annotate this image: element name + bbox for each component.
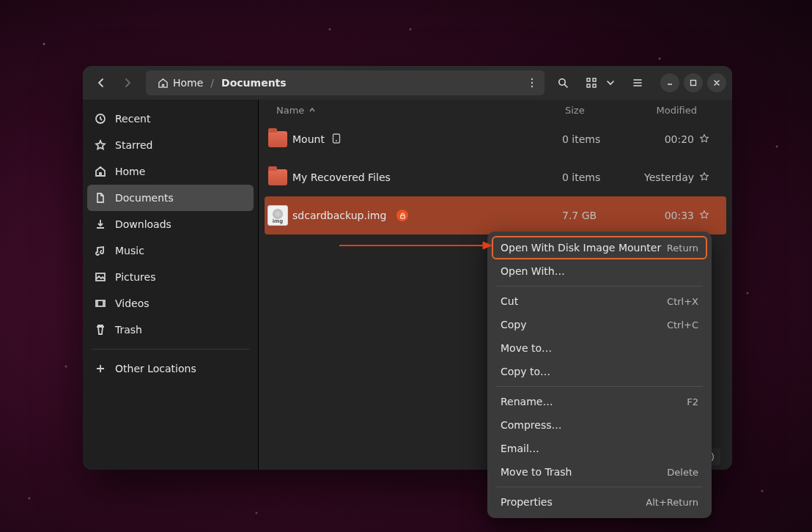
file-size: 0 items	[562, 171, 621, 183]
column-size[interactable]: Size	[565, 105, 624, 116]
file-row[interactable]: imgsdcardbackup.img7.7 GB00:33	[265, 196, 726, 234]
file-row[interactable]: Mount0 items00:20	[259, 120, 732, 158]
sidebar-item-label: Pictures	[115, 271, 155, 283]
path-current-segment[interactable]: Documents	[217, 77, 291, 89]
pictures-icon	[95, 271, 106, 283]
context-menu-shortcut: Ctrl+X	[667, 296, 698, 307]
sidebar-item-music[interactable]: Music	[87, 237, 254, 264]
drive-icon	[332, 133, 341, 146]
context-menu-label: Rename…	[501, 396, 553, 407]
svg-rect-5	[593, 78, 596, 81]
context-menu-shortcut: Alt+Return	[646, 497, 698, 508]
svg-point-13	[336, 140, 337, 141]
svg-rect-7	[593, 84, 596, 87]
context-menu-label: Properties	[501, 496, 553, 508]
sidebar: Recent Starred Home Documents Downloads …	[83, 100, 259, 470]
context-menu-label: Email…	[501, 443, 539, 454]
home-icon	[158, 78, 169, 89]
context-menu-divider	[496, 286, 703, 287]
sidebar-item-label: Videos	[115, 298, 150, 309]
context-menu-cut[interactable]: CutCtrl+X	[492, 289, 707, 313]
column-modified[interactable]: Modified	[624, 105, 697, 116]
context-menu-copy-to[interactable]: Copy to…	[492, 360, 707, 383]
svg-rect-12	[333, 134, 339, 143]
sidebar-item-downloads[interactable]: Downloads	[87, 211, 254, 237]
sidebar-item-pictures[interactable]: Pictures	[87, 264, 254, 290]
sidebar-item-label: Documents	[115, 192, 174, 204]
sidebar-item-videos[interactable]: Videos	[87, 290, 254, 317]
context-menu-label: Copy	[501, 319, 527, 330]
search-button[interactable]	[550, 70, 575, 95]
file-row[interactable]: My Recovered Files0 itemsYesterday	[259, 158, 732, 196]
sidebar-item-starred[interactable]: Starred	[87, 132, 254, 158]
titlebar: Home / Documents	[83, 66, 732, 100]
context-menu-label: Copy to…	[501, 366, 550, 377]
context-menu-label: Open With…	[501, 265, 565, 277]
star-toggle[interactable]	[694, 171, 715, 184]
file-name: sdcardbackup.img	[292, 210, 386, 221]
svg-rect-8	[691, 81, 696, 86]
star-outline-icon	[699, 133, 709, 144]
context-menu-email[interactable]: Email…	[492, 437, 707, 460]
folder-icon	[268, 131, 287, 147]
context-menu-compress[interactable]: Compress…	[492, 413, 707, 437]
star-toggle[interactable]	[694, 210, 715, 222]
context-menu-label: Compress…	[501, 419, 562, 431]
back-button[interactable]	[89, 70, 114, 95]
context-menu-copy[interactable]: CopyCtrl+C	[492, 313, 707, 336]
path-menu-button[interactable]	[523, 70, 542, 95]
documents-icon	[95, 192, 106, 204]
context-menu-shortcut: Return	[667, 243, 698, 254]
context-menu-move-to[interactable]: Move to…	[492, 336, 707, 360]
videos-icon	[95, 298, 106, 309]
context-menu: Open With Disk Image MounterReturnOpen W…	[487, 232, 712, 518]
home-icon	[95, 166, 106, 177]
maximize-button[interactable]	[684, 73, 703, 92]
sidebar-item-trash[interactable]: Trash	[87, 317, 254, 343]
minimize-button[interactable]	[660, 73, 679, 92]
svg-rect-6	[587, 84, 590, 87]
sidebar-item-other-locations[interactable]: Other Locations	[87, 355, 254, 382]
sidebar-item-recent[interactable]: Recent	[87, 106, 254, 132]
close-button[interactable]	[707, 73, 726, 92]
context-menu-label: Move to…	[501, 342, 552, 354]
star-toggle[interactable]	[694, 133, 715, 146]
sidebar-item-label: Other Locations	[115, 363, 196, 374]
hamburger-icon	[632, 77, 643, 89]
context-menu-open-mounter[interactable]: Open With Disk Image MounterReturn	[492, 236, 707, 259]
sidebar-item-label: Trash	[115, 324, 142, 336]
context-menu-shortcut: Ctrl+C	[667, 319, 698, 330]
sidebar-item-label: Downloads	[115, 218, 171, 230]
sidebar-item-label: Recent	[115, 113, 150, 125]
path-home-segment[interactable]: Home	[153, 77, 207, 89]
context-menu-shortcut: Delete	[667, 467, 698, 478]
context-menu-properties[interactable]: PropertiesAlt+Return	[492, 490, 707, 514]
path-bar[interactable]: Home / Documents	[146, 70, 545, 95]
column-headers[interactable]: Name Size Modified	[259, 100, 732, 120]
hamburger-menu-button[interactable]	[625, 70, 650, 95]
sidebar-item-home[interactable]: Home	[87, 158, 254, 185]
file-size: 7.7 GB	[562, 210, 621, 221]
context-menu-label: Open With Disk Image Mounter	[501, 242, 661, 254]
view-grid-button[interactable]	[581, 70, 602, 95]
chevron-down-icon	[605, 77, 616, 89]
forward-button[interactable]	[115, 70, 140, 95]
sidebar-item-documents[interactable]: Documents	[87, 185, 254, 211]
sidebar-item-label: Starred	[115, 139, 152, 151]
context-menu-label: Cut	[501, 295, 518, 307]
file-name: My Recovered Files	[292, 171, 391, 183]
context-menu-trash[interactable]: Move to TrashDelete	[492, 460, 707, 484]
grid-icon	[586, 77, 597, 89]
view-dropdown-button[interactable]	[602, 70, 619, 95]
downloads-icon	[95, 218, 106, 230]
star-outline-icon	[699, 210, 709, 220]
path-home-label: Home	[173, 77, 203, 89]
plus-icon	[95, 363, 106, 374]
column-name[interactable]: Name	[276, 105, 565, 116]
file-modified: Yesterday	[621, 171, 694, 183]
sort-asc-icon	[309, 106, 316, 114]
context-menu-rename[interactable]: Rename…F2	[492, 390, 707, 413]
context-menu-open-with[interactable]: Open With…	[492, 259, 707, 283]
file-modified: 00:33	[621, 210, 694, 221]
path-separator: /	[207, 77, 217, 89]
